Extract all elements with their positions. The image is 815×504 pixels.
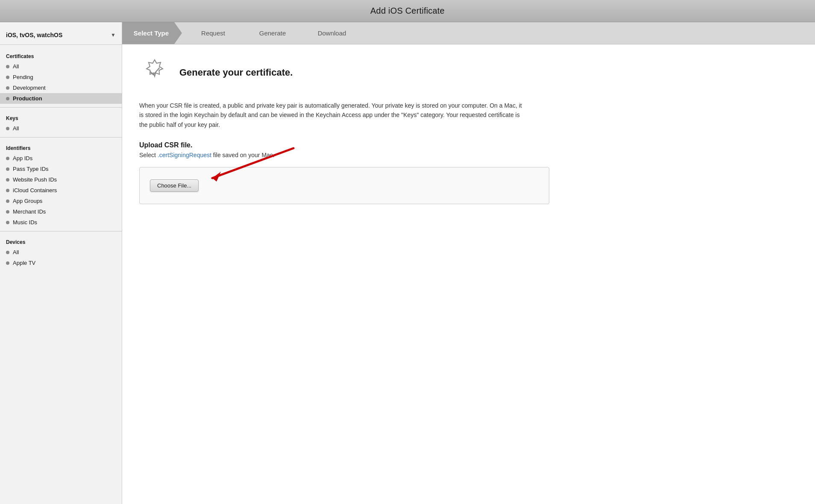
sidebar-item-app-groups[interactable]: App Groups [0, 196, 122, 206]
step-select-type[interactable]: Select Type [122, 22, 182, 44]
sidebar-item-pass-type-ids[interactable]: Pass Type IDs [0, 164, 122, 174]
content-area: Select Type Request Generate Download [122, 22, 815, 504]
sidebar-item-development[interactable]: Development [0, 82, 122, 93]
top-bar: Add iOS Certificate [0, 0, 815, 22]
step-generate[interactable]: Generate [241, 22, 301, 44]
identifiers-header: Identifiers [0, 141, 122, 153]
sidebar-item-pending[interactable]: Pending [0, 72, 122, 82]
sidebar-item-apple-tv[interactable]: Apple TV [0, 258, 122, 268]
page-title: Add iOS Certificate [370, 6, 445, 16]
dot-icon [6, 127, 9, 130]
devices-header: Devices [0, 235, 122, 247]
choose-file-button[interactable]: Choose File... [150, 179, 199, 192]
dot-icon [6, 189, 9, 192]
dot-icon [6, 251, 9, 254]
sidebar-section-keys: Keys All [0, 111, 122, 134]
dot-icon [6, 86, 9, 90]
dot-icon [6, 221, 9, 224]
dot-icon [6, 157, 9, 160]
dot-icon [6, 65, 9, 68]
sidebar-item-merchant-ids[interactable]: Merchant IDs [0, 206, 122, 217]
description-text: When your CSR file is created, a public … [139, 101, 524, 129]
step-download[interactable]: Download [300, 22, 360, 44]
cert-title: Generate your certificate. [179, 67, 293, 78]
certificates-header: Certificates [0, 49, 122, 61]
main-layout: iOS, tvOS, watchOS ▼ Certificates All Pe… [0, 22, 815, 504]
dot-icon [6, 167, 9, 171]
sidebar-item-icloud-containers[interactable]: iCloud Containers [0, 185, 122, 196]
chevron-down-icon: ▼ [111, 32, 116, 38]
divider [0, 231, 122, 231]
file-upload-box: Choose File... [139, 167, 549, 204]
step-request[interactable]: Request [182, 22, 241, 44]
main-content: Generate your certificate. When your CSR… [122, 44, 815, 504]
keys-header: Keys [0, 111, 122, 123]
dot-icon [6, 261, 9, 265]
sidebar-item-music-ids[interactable]: Music IDs [0, 217, 122, 228]
dot-icon [6, 97, 9, 100]
platform-selector[interactable]: iOS, tvOS, watchOS ▼ [0, 29, 122, 45]
upload-subtitle-end: file saved on your Mac. [211, 152, 275, 158]
sidebar-section-devices: Devices All Apple TV [0, 235, 122, 268]
cert-header: Generate your certificate. [139, 57, 798, 88]
divider [0, 107, 122, 108]
sidebar-item-keys-all[interactable]: All [0, 123, 122, 134]
dot-icon [6, 76, 9, 79]
platform-label: iOS, tvOS, watchOS [6, 32, 62, 38]
step-bar: Select Type Request Generate Download [122, 22, 815, 44]
upload-subtitle-text: Select [139, 152, 158, 158]
sidebar-item-all[interactable]: All [0, 61, 122, 72]
sidebar-section-identifiers: Identifiers App IDs Pass Type IDs Websit… [0, 141, 122, 228]
dot-icon [6, 199, 9, 203]
sidebar-item-production[interactable]: Production [0, 93, 122, 104]
dot-icon [6, 210, 9, 214]
divider [0, 137, 122, 138]
cert-extension: .certSigningRequest [158, 152, 211, 158]
sidebar-item-devices-all[interactable]: All [0, 247, 122, 258]
sidebar-item-app-ids[interactable]: App IDs [0, 153, 122, 164]
upload-subtitle: Select .certSigningRequest file saved on… [139, 152, 798, 158]
upload-section: Upload CSR file. Select .certSigningRequ… [139, 141, 798, 204]
sidebar-item-website-push-ids[interactable]: Website Push IDs [0, 174, 122, 185]
svg-marker-1 [212, 172, 221, 182]
certificate-icon [139, 57, 170, 88]
dot-icon [6, 178, 9, 182]
sidebar-section-certificates: Certificates All Pending Development Pro… [0, 49, 122, 104]
upload-title: Upload CSR file. [139, 141, 798, 149]
sidebar: iOS, tvOS, watchOS ▼ Certificates All Pe… [0, 22, 122, 504]
